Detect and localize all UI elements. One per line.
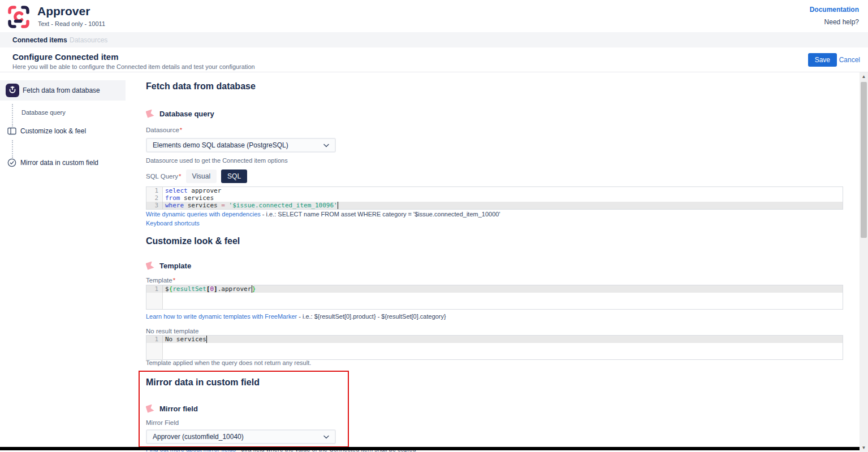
- configure-header: Configure Connected item Here you will b…: [0, 47, 868, 72]
- keyboard-shortcuts-link[interactable]: Keyboard shortcuts: [146, 220, 200, 227]
- mirror-field-selected-value: Approver (customfield_10040): [153, 433, 323, 441]
- sidebar-item-mirror[interactable]: Mirror data in custom field: [7, 157, 126, 169]
- code-line-active: 1 ${resultSet[0].approver}: [146, 285, 843, 293]
- app-header: Approver Text - Read only - 10011 Docume…: [0, 0, 868, 32]
- datasource-label: Datasource*: [146, 127, 182, 133]
- sql-query-editor[interactable]: 1 select approver 2 from services 3 wher…: [146, 186, 843, 210]
- elements-connect-logo-icon: [6, 4, 32, 30]
- section-title-customize: Customize look & feel: [146, 236, 240, 246]
- tab-datasources[interactable]: Datasources: [70, 36, 107, 44]
- flag-icon: [146, 262, 154, 270]
- layout-step-icon: [7, 126, 17, 136]
- datasource-selected-value: Elements demo SQL database (PostgreSQL): [153, 141, 323, 149]
- save-button[interactable]: Save: [808, 53, 837, 67]
- fetch-step-icon: [6, 84, 19, 97]
- scroll-down-arrow-icon[interactable]: ▼: [860, 444, 868, 452]
- sidebar-item-label: Fetch data from database: [23, 86, 100, 94]
- page: Approver Text - Read only - 10011 Docume…: [0, 0, 868, 452]
- sql-mode-button[interactable]: SQL: [221, 169, 247, 183]
- text-cursor: [206, 336, 207, 343]
- required-asterisk: *: [179, 173, 181, 180]
- required-asterisk: *: [180, 127, 182, 133]
- sql-query-label: SQL Query*: [146, 173, 182, 180]
- steps-sidebar: Fetch data from database Database query …: [0, 72, 136, 452]
- scroll-up-arrow-icon[interactable]: ▲: [860, 72, 868, 81]
- sidebar-item-label: Customize look & feel: [20, 127, 86, 135]
- configure-title: Configure Connected item: [12, 52, 119, 62]
- no-result-template-label: No result template: [146, 328, 198, 334]
- dynamic-queries-link[interactable]: Write dynamic queries with dependencies: [146, 211, 261, 218]
- chevron-down-icon: [323, 144, 329, 147]
- keyboard-shortcuts-row: Keyboard shortcuts: [146, 220, 200, 227]
- chevron-down-icon: [323, 435, 329, 439]
- mirror-field-select[interactable]: Approver (customfield_10040): [146, 429, 336, 444]
- sidebar-item-label: Mirror data in custom field: [20, 159, 98, 167]
- subsection-template: Template: [146, 262, 191, 270]
- step-connector: [12, 104, 13, 127]
- sidebar-item-fetch-data[interactable]: Fetch data from database: [0, 80, 126, 101]
- datasource-help: Datasource used to get the Connected ite…: [146, 157, 288, 164]
- configure-subtitle: Here you will be able to configure the C…: [12, 63, 255, 70]
- no-result-help: Template applied when the query does not…: [146, 359, 311, 366]
- template-help-text: Learn how to write dynamic templates wit…: [146, 313, 446, 320]
- section-title-mirror: Mirror data in custom field: [146, 377, 260, 388]
- page-title: Approver: [37, 5, 90, 18]
- flag-icon: [146, 405, 154, 413]
- main-content: Fetch data from database Database query …: [146, 72, 843, 452]
- code-line-active: 3 where services = '$issue.connected_ite…: [146, 202, 843, 209]
- sql-help-text: Write dynamic queries with dependencies …: [146, 211, 500, 218]
- sql-query-row: SQL Query* Visual SQL: [146, 169, 247, 183]
- visual-mode-button[interactable]: Visual: [186, 169, 217, 183]
- vertical-scrollbar[interactable]: ▲ ▼: [860, 72, 868, 452]
- mirror-field-label: Mirror Field: [146, 419, 179, 426]
- sidebar-item-customize[interactable]: Customize look & feel: [7, 125, 126, 138]
- scrollbar-thumb[interactable]: [861, 82, 867, 238]
- code-line-active: 1 No services: [146, 336, 843, 343]
- no-result-template-editor[interactable]: 1 No services: [146, 335, 843, 360]
- cancel-button[interactable]: Cancel: [839, 56, 860, 64]
- item-subtitle: Text - Read only - 10011: [38, 20, 105, 27]
- required-asterisk: *: [173, 277, 175, 284]
- code-line: 1 select approver: [146, 187, 843, 194]
- tab-bar: Connected items Datasources: [0, 32, 868, 47]
- template-editor[interactable]: 1 ${resultSet[0].approver}: [146, 285, 843, 310]
- text-cursor: [338, 202, 338, 209]
- subsection-mirror-field: Mirror field: [146, 405, 198, 413]
- bottom-black-bar: [0, 447, 868, 450]
- section-title-fetch: Fetch data from database: [146, 81, 256, 92]
- documentation-link[interactable]: Documentation: [810, 6, 859, 14]
- subsection-database-query: Database query: [146, 110, 214, 118]
- flag-icon: [146, 110, 154, 118]
- mirror-step-icon: [7, 158, 17, 168]
- need-help-link[interactable]: Need help?: [824, 18, 859, 26]
- freemarker-link[interactable]: Learn how to write dynamic templates wit…: [146, 313, 297, 320]
- tab-connected-items[interactable]: Connected items: [12, 36, 67, 44]
- datasource-select[interactable]: Elements demo SQL database (PostgreSQL): [146, 138, 336, 153]
- step-connector: [12, 140, 13, 158]
- code-line: 2 from services: [146, 194, 843, 202]
- sidebar-item-database-query[interactable]: Database query: [21, 109, 66, 116]
- template-label: Template*: [146, 277, 175, 284]
